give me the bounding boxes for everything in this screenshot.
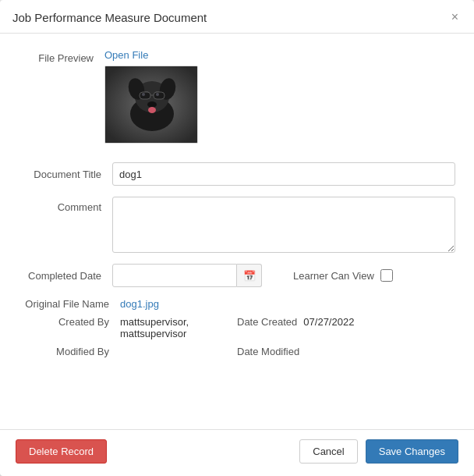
modified-by-left: Modified By [19, 346, 237, 357]
open-file-link[interactable]: Open File [104, 49, 148, 61]
date-created-value: 07/27/2022 [303, 316, 354, 328]
original-file-name-value: dog1.jpg [120, 298, 159, 310]
original-file-name-label: Original File Name [19, 298, 120, 310]
file-preview-section: File Preview Open File [19, 49, 455, 144]
created-by-value: mattsupervisor, mattsupervisor [120, 316, 237, 339]
date-modified-label: Date Modified [237, 346, 299, 357]
learner-can-view-section: Learner Can View [293, 269, 393, 282]
completed-date-input[interactable] [112, 264, 237, 287]
modal-container: Job Performance Measure Document × File … [0, 0, 474, 476]
date-created-right: Date Created 07/27/2022 [237, 316, 455, 328]
calendar-icon: 📅 [243, 270, 256, 282]
close-button[interactable]: × [448, 9, 462, 25]
svg-point-11 [148, 107, 156, 113]
image-preview-box [104, 66, 198, 144]
document-title-label: Document Title [19, 169, 112, 180]
svg-rect-7 [140, 92, 150, 99]
created-by-label: Created By [19, 316, 120, 328]
modal-header: Job Performance Measure Document × [0, 0, 474, 34]
calendar-button[interactable]: 📅 [237, 264, 262, 287]
file-preview-label: File Preview [19, 49, 104, 64]
svg-point-13 [156, 93, 159, 96]
svg-rect-8 [154, 92, 164, 99]
completed-date-row: Completed Date 📅 Learner Can View [19, 264, 455, 287]
document-title-input[interactable] [112, 162, 455, 186]
date-created-label: Date Created [237, 316, 297, 328]
dog-preview-image [105, 66, 197, 144]
created-by-row: Created By mattsupervisor, mattsuperviso… [19, 316, 455, 339]
comment-row: Comment [19, 197, 455, 253]
comment-label: Comment [19, 197, 112, 213]
original-file-name-row: Original File Name dog1.jpg [19, 298, 455, 310]
modified-by-label: Modified By [19, 346, 120, 357]
created-by-left: Created By mattsupervisor, mattsuperviso… [19, 316, 237, 339]
svg-point-10 [147, 101, 157, 108]
learner-can-view-label: Learner Can View [293, 270, 374, 282]
cancel-button[interactable]: Cancel [299, 439, 357, 464]
comment-input[interactable] [112, 197, 455, 253]
learner-can-view-checkbox[interactable] [380, 269, 393, 282]
date-input-wrap: 📅 [112, 264, 262, 287]
completed-date-label: Completed Date [19, 270, 112, 282]
modal-body: File Preview Open File [0, 34, 474, 429]
delete-record-button[interactable]: Delete Record [16, 439, 107, 464]
date-modified-right: Date Modified [237, 346, 455, 357]
document-title-row: Document Title [19, 162, 455, 186]
footer-right-buttons: Cancel Save Changes [299, 439, 458, 464]
file-preview-content: Open File [104, 49, 198, 144]
svg-point-12 [142, 93, 145, 96]
modified-by-row: Modified By Date Modified [19, 346, 455, 357]
modal-footer: Delete Record Cancel Save Changes [0, 429, 474, 476]
info-section: Original File Name dog1.jpg Created By m… [19, 298, 455, 357]
modal-title: Job Performance Measure Document [12, 11, 207, 24]
save-changes-button[interactable]: Save Changes [366, 439, 458, 464]
